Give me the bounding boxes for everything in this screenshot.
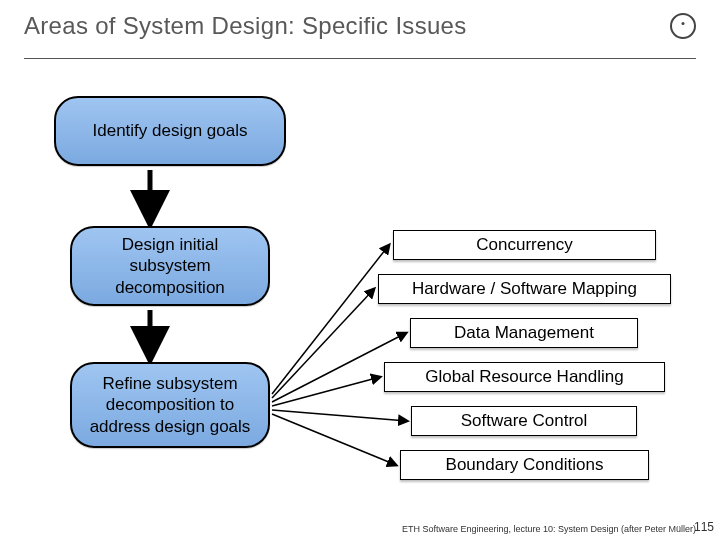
step-label: Identify design goals — [93, 120, 248, 141]
step-refine-decomp: Refine subsystem decomposition to addres… — [70, 362, 270, 448]
svg-line-2 — [272, 245, 389, 394]
svg-line-6 — [272, 410, 407, 421]
svg-line-3 — [272, 289, 374, 398]
issue-concurrency: Concurrency — [393, 230, 656, 260]
issue-data-management: Data Management — [410, 318, 638, 348]
issue-label: Boundary Conditions — [446, 455, 604, 475]
issue-global-resource: Global Resource Handling — [384, 362, 665, 392]
issue-label: Software Control — [461, 411, 588, 431]
issue-label: Data Management — [454, 323, 594, 343]
issue-label: Concurrency — [476, 235, 572, 255]
issue-label: Global Resource Handling — [425, 367, 623, 387]
issue-software-control: Software Control — [411, 406, 637, 436]
svg-line-7 — [272, 414, 396, 465]
step-identify-goals: Identify design goals — [54, 96, 286, 166]
issue-label: Hardware / Software Mapping — [412, 279, 637, 299]
eth-circle-logo-icon — [670, 13, 696, 39]
slide: Areas of System Design: Specific Issues … — [0, 0, 720, 540]
slide-title: Areas of System Design: Specific Issues — [24, 12, 467, 40]
footer-citation: ETH Software Engineering, lecture 10: Sy… — [402, 524, 696, 534]
issue-hw-sw-mapping: Hardware / Software Mapping — [378, 274, 671, 304]
svg-line-5 — [272, 377, 380, 406]
step-initial-decomp: Design initial subsystem decomposition — [70, 226, 270, 306]
title-divider — [24, 58, 696, 59]
step-label: Refine subsystem decomposition to addres… — [84, 373, 256, 437]
issue-boundary-conditions: Boundary Conditions — [400, 450, 649, 480]
step-label: Design initial subsystem decomposition — [84, 234, 256, 298]
title-row: Areas of System Design: Specific Issues — [24, 12, 696, 40]
page-number: 115 — [694, 520, 714, 534]
